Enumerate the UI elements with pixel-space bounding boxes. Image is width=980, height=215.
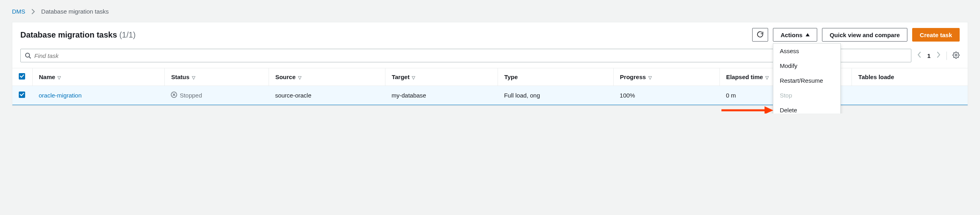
actions-menu: Assess Modify Restart/Resume Stop Delete (773, 43, 841, 113)
status-badge: Stopped (171, 92, 262, 99)
select-all-checkbox[interactable] (19, 73, 25, 80)
menu-item-assess[interactable]: Assess (773, 44, 840, 58)
cell-type: Full load, ong (498, 86, 613, 105)
col-tables[interactable]: Tables loade (852, 68, 968, 86)
refresh-button[interactable] (752, 28, 768, 42)
row-checkbox[interactable] (19, 92, 25, 98)
caret-up-icon (806, 33, 810, 36)
sort-icon: ▽ (765, 75, 769, 80)
menu-item-delete[interactable]: Delete (773, 103, 840, 113)
cell-progress: 100% (613, 86, 719, 105)
page-next-button[interactable] (936, 51, 941, 60)
cell-tables (852, 86, 968, 105)
sort-icon: ▽ (192, 75, 195, 80)
sort-icon: ▽ (298, 75, 301, 80)
settings-button[interactable] (946, 52, 960, 60)
sort-icon: ▽ (57, 75, 61, 80)
actions-button[interactable]: Actions (773, 28, 817, 42)
col-status[interactable]: Status▽ (164, 68, 269, 86)
svg-point-4 (955, 54, 957, 56)
breadcrumb-current: Database migration tasks (41, 8, 109, 15)
task-name-link[interactable]: oracle-migration (32, 86, 164, 105)
col-type[interactable]: Type (498, 68, 613, 86)
menu-item-restart[interactable]: Restart/Resume (773, 73, 840, 88)
svg-line-3 (29, 57, 31, 58)
tasks-panel: Database migration tasks (1/1) Actions A… (12, 22, 968, 106)
sort-icon: ▽ (412, 75, 415, 80)
pagination: 1 (917, 51, 960, 60)
sort-icon: ▽ (648, 75, 652, 80)
search-icon (25, 52, 31, 59)
menu-item-stop: Stop (773, 88, 840, 103)
page-title: Database migration tasks (1/1) (20, 30, 136, 40)
stopped-icon (171, 92, 177, 99)
page-number: 1 (927, 52, 931, 59)
breadcrumb: DMS Database migration tasks (12, 8, 968, 15)
chevron-right-icon (30, 8, 36, 15)
create-task-button[interactable]: Create task (912, 28, 960, 42)
svg-point-2 (26, 53, 30, 57)
quick-view-button[interactable]: Quick view and compare (822, 28, 907, 42)
breadcrumb-root-link[interactable]: DMS (12, 8, 25, 15)
col-progress[interactable]: Progress▽ (613, 68, 719, 86)
col-target[interactable]: Target▽ (385, 68, 498, 86)
cell-source: source-oracle (269, 86, 385, 105)
col-name[interactable]: Name▽ (32, 68, 164, 86)
refresh-icon (757, 31, 764, 39)
col-source[interactable]: Source▽ (269, 68, 385, 86)
menu-item-modify[interactable]: Modify (773, 58, 840, 73)
page-prev-button[interactable] (917, 51, 922, 60)
svg-marker-1 (765, 106, 773, 114)
cell-target: my-database (385, 86, 498, 105)
